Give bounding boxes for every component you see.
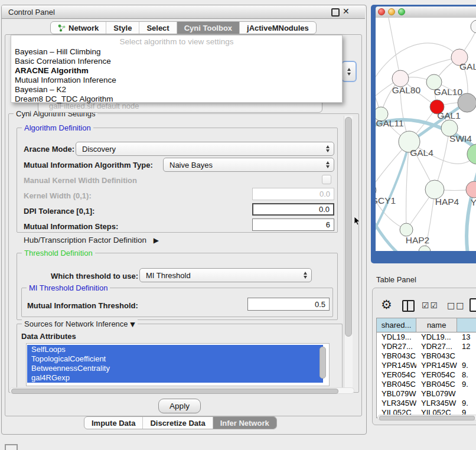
mi-threshold-label: Mutual Information Threshold: xyxy=(27,301,138,310)
column-header[interactable] xyxy=(457,318,476,332)
table-row[interactable]: YBL079WYBL079W xyxy=(377,389,476,399)
inference-algorithm-combobox-stepper[interactable] xyxy=(341,61,357,82)
data-attribute-item[interactable]: BetweennessCentrality xyxy=(27,364,323,373)
mi-steps-field[interactable]: 6 xyxy=(252,219,334,231)
tab-network[interactable]: Network xyxy=(51,22,106,34)
tab-discretize-data[interactable]: Discretize Data xyxy=(142,417,212,429)
settings-hscroll-thumb[interactable] xyxy=(11,389,338,394)
settings-vertical-scrollbar[interactable] xyxy=(344,116,353,387)
table-hscroll-thumb[interactable] xyxy=(379,416,475,420)
sources-legend[interactable]: Sources for Network Inference ▼ xyxy=(22,319,138,328)
network-node-gcy1[interactable] xyxy=(376,184,376,197)
which-threshold-combobox[interactable]: MI Threshold xyxy=(139,268,312,282)
manual-kernel-width-checkbox[interactable] xyxy=(322,175,331,184)
aracne-mode-label: Aracne Mode: xyxy=(24,145,74,154)
data-attribute-item[interactable]: gal4RGexp xyxy=(27,373,323,383)
network-node[interactable] xyxy=(471,20,476,33)
tab-select[interactable]: Select xyxy=(139,22,176,34)
algorithm-option[interactable]: Dream8 DC_TDC Algorithm xyxy=(14,94,340,104)
control-panel-tabbar: NetworkStyleSelectCyni ToolboxjActiveMNo… xyxy=(50,21,317,34)
settings-horizontal-scrollbar[interactable] xyxy=(9,387,354,394)
combo-stepper-icon xyxy=(304,272,307,279)
mi-threshold-field[interactable]: 0.5 xyxy=(247,298,330,311)
zoom-traffic-light-icon[interactable] xyxy=(398,8,405,15)
algorithm-option[interactable]: Basic Correlation Inference xyxy=(14,57,340,66)
network-canvas[interactable]: GALGAL80GAL10GAL1GAL11SWI4GAL4GCY1HAP4YH… xyxy=(376,18,476,251)
deselect-all-checkboxes-icon[interactable]: □□ xyxy=(447,301,465,310)
table-cell: YBR045C xyxy=(377,380,416,389)
float-window-icon[interactable] xyxy=(331,8,340,17)
tab-impute-data[interactable]: Impute Data xyxy=(84,417,142,429)
tab-style[interactable]: Style xyxy=(106,22,139,34)
table-row[interactable]: YDR27...YDR27...12 xyxy=(377,342,476,351)
table-cell: 12 xyxy=(457,342,476,351)
kernel-width-field[interactable]: 0.0 xyxy=(252,188,334,200)
table-cell: YBR045C xyxy=(416,380,457,389)
algorithm-option[interactable]: Mutual Information Inference xyxy=(14,76,340,85)
tab-jactivemnodules[interactable]: jActiveMNodules xyxy=(239,22,316,34)
column-header[interactable]: shared... xyxy=(377,318,416,332)
network-node-y[interactable] xyxy=(466,181,476,198)
collapsed-panel-icon[interactable] xyxy=(5,444,18,450)
network-window-titlebar[interactable] xyxy=(376,6,476,18)
data-attribute-item[interactable]: SelfLoops xyxy=(27,345,323,354)
algorithm-option[interactable]: Bayesian – K2 xyxy=(14,85,340,94)
table-cell: YPR145W xyxy=(377,361,416,370)
algorithm-option[interactable]: ARACNE Algorithm xyxy=(14,66,340,76)
network-node-gal80[interactable] xyxy=(392,70,409,87)
node-label: GAL xyxy=(459,61,476,71)
aracne-mode-combobox[interactable]: Discovery xyxy=(76,142,334,156)
table-row[interactable]: YPR145WYPR145W9. xyxy=(377,361,476,370)
chevron-right-icon: ▶ xyxy=(154,236,159,244)
select-all-checkboxes-icon[interactable]: ☑☑ xyxy=(422,301,439,310)
close-traffic-light-icon[interactable] xyxy=(378,8,385,15)
dpi-tolerance-label: DPI Tolerance [0,1]: xyxy=(24,207,94,216)
tab-infer-network[interactable]: Infer Network xyxy=(213,417,276,429)
mi-steps-label: Mutual Information Steps: xyxy=(24,222,118,231)
table-horizontal-scrollbar[interactable] xyxy=(377,415,476,420)
table-panel-title: Table Panel xyxy=(376,275,416,284)
node-label: GAL1 xyxy=(437,110,461,120)
document-icon[interactable] xyxy=(470,298,476,312)
data-attribute-item[interactable]: TopologicalCoefficient xyxy=(27,354,323,364)
network-node-hap2[interactable] xyxy=(400,223,413,236)
aracne-mode-value: Discovery xyxy=(82,145,116,154)
tab-label: jActiveMNodules xyxy=(247,24,309,32)
node-label: SWI4 xyxy=(449,133,472,144)
mi-algorithm-type-combobox[interactable]: Naive Bayes xyxy=(163,158,334,172)
table-row[interactable]: YDL19...YDL19...13 xyxy=(377,332,476,342)
tab-cyni-toolbox[interactable]: Cyni Toolbox xyxy=(177,22,239,34)
hub-section-toggle[interactable]: Hub/Transcription Factor Definition ▶ xyxy=(24,236,159,244)
tab-label: Cyni Toolbox xyxy=(184,24,232,32)
network-node[interactable] xyxy=(419,246,431,251)
data-attributes-list[interactable]: SelfLoopsTopologicalCoefficientBetweenne… xyxy=(26,343,330,386)
gear-icon[interactable]: ⚙ xyxy=(381,298,392,312)
close-icon[interactable]: ✕ xyxy=(343,6,350,16)
minimize-traffic-light-icon[interactable] xyxy=(388,8,395,15)
table-row[interactable]: YBR045CYBR045C9. xyxy=(377,380,476,389)
table-header-row: shared...name xyxy=(377,318,476,332)
table-cell: YDL19... xyxy=(416,332,457,342)
node-label: HAP4 xyxy=(435,197,459,207)
table-cell: 9. xyxy=(457,380,476,389)
split-view-icon[interactable] xyxy=(402,300,415,312)
network-edge-thick xyxy=(376,143,409,237)
table-row[interactable]: YBR043CYBR043C xyxy=(377,351,476,361)
algorithm-definition-legend: Algorithm Definition xyxy=(22,123,93,132)
settings-vscroll-thumb[interactable] xyxy=(345,117,352,337)
table-cell: YDR27... xyxy=(377,342,416,351)
table-cell: 9. xyxy=(457,399,476,408)
node-label: GAL11 xyxy=(376,118,403,128)
control-panel-titlebar[interactable] xyxy=(2,5,365,19)
table-row[interactable]: YER054CYER054C8. xyxy=(377,370,476,380)
apply-button[interactable]: Apply xyxy=(158,399,201,413)
dpi-tolerance-field[interactable]: 0.0 xyxy=(252,203,334,216)
table-row[interactable]: YLR345WYLR345W9. xyxy=(377,399,476,408)
dpi-tolerance-value: 0.0 xyxy=(319,205,330,214)
list-scrollbar-thumb[interactable] xyxy=(319,347,326,379)
table-cell: YDR27... xyxy=(416,342,457,351)
algorithm-option[interactable]: Bayesian – Hill Climbing xyxy=(14,47,340,57)
column-header[interactable]: name xyxy=(416,318,457,332)
table-cell: YPR145W xyxy=(416,361,457,370)
table-cell: YDL19... xyxy=(377,332,416,342)
